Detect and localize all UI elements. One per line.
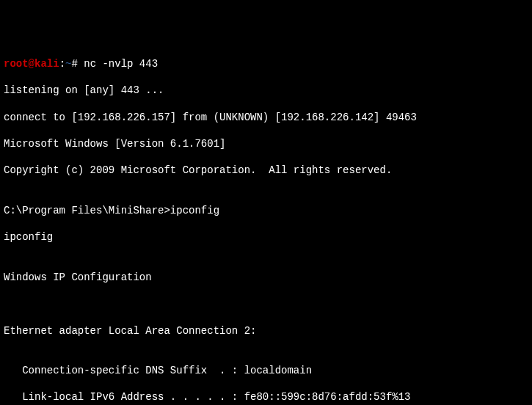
kali-prompt-line: root@kali:~# nc -nvlp 443 <box>4 57 528 70</box>
connect-line: connect to [192.168.226.157] from (UNKNO… <box>4 111 528 124</box>
dns-suffix-line: Connection-specific DNS Suffix . : local… <box>4 364 528 377</box>
copyright-line: Copyright (c) 2009 Microsoft Corporation… <box>4 164 528 177</box>
ipconfig-echo-line: ipconfig <box>4 230 528 244</box>
prompt-host: kali <box>34 58 59 70</box>
nc-command[interactable]: nc -nvlp 443 <box>84 58 158 70</box>
ms-version-line: Microsoft Windows [Version 6.1.7601] <box>4 137 528 150</box>
ipconfig-prompt-line: C:\Program Files\MiniShare>ipconfig <box>4 204 528 217</box>
prompt-user: root <box>4 58 29 70</box>
ethernet-header-line: Ethernet adapter Local Area Connection 2… <box>4 324 528 338</box>
prompt-at: @ <box>29 58 34 70</box>
prompt-hash: # <box>71 58 84 70</box>
listening-line: listening on [any] 443 ... <box>4 84 528 97</box>
ipv6-line: Link-local IPv6 Address . . . . . : fe80… <box>4 390 528 404</box>
winip-header-line: Windows IP Configuration <box>4 271 528 284</box>
prompt-sep: : <box>59 58 65 70</box>
